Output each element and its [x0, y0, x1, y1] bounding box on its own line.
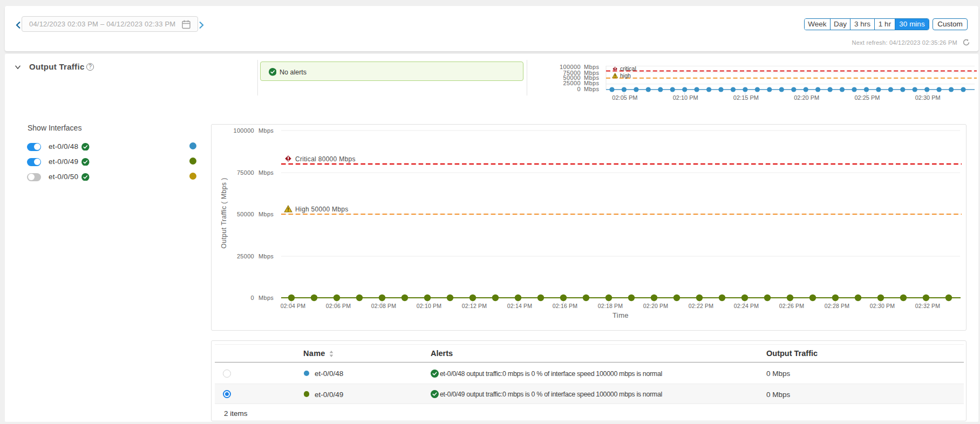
svg-text:02:10 PM: 02:10 PM — [417, 303, 442, 309]
svg-text:Output Traffic ( Mbps ): Output Traffic ( Mbps ) — [220, 177, 228, 248]
svg-text:0: 0 — [577, 86, 581, 92]
svg-text:02:15 PM: 02:15 PM — [733, 94, 759, 101]
svg-text:02:08 PM: 02:08 PM — [371, 303, 397, 309]
svg-text:25000: 25000 — [237, 253, 254, 259]
svg-text:02:20 PM: 02:20 PM — [643, 303, 669, 309]
svg-text:critical: critical — [620, 65, 636, 72]
svg-text:High 50000 Mbps: High 50000 Mbps — [295, 206, 349, 213]
svg-text:02:24 PM: 02:24 PM — [734, 303, 759, 309]
svg-text:02:04 PM: 02:04 PM — [281, 303, 306, 309]
svg-text:Mbps: Mbps — [258, 295, 274, 301]
svg-text:02:06 PM: 02:06 PM — [326, 303, 351, 309]
svg-text:02:32 PM: 02:32 PM — [915, 303, 941, 309]
svg-text:02:25 PM: 02:25 PM — [854, 94, 880, 101]
svg-text:50000: 50000 — [237, 211, 254, 217]
svg-text:Mbps: Mbps — [258, 169, 274, 176]
svg-text:02:16 PM: 02:16 PM — [553, 303, 578, 309]
svg-text:75000: 75000 — [237, 169, 254, 176]
svg-text:Mbps: Mbps — [258, 253, 274, 259]
svg-text:0: 0 — [251, 295, 254, 301]
svg-text:02:20 PM: 02:20 PM — [794, 94, 819, 101]
svg-text:high: high — [620, 72, 631, 79]
svg-text:Mbps: Mbps — [258, 211, 274, 217]
svg-text:Mbps: Mbps — [584, 86, 600, 92]
svg-text:02:10 PM: 02:10 PM — [673, 94, 698, 101]
svg-text:02:18 PM: 02:18 PM — [598, 303, 623, 309]
svg-text:02:30 PM: 02:30 PM — [915, 94, 941, 101]
svg-text:02:05 PM: 02:05 PM — [612, 94, 637, 101]
svg-text:02:12 PM: 02:12 PM — [462, 303, 487, 309]
svg-text:02:26 PM: 02:26 PM — [779, 303, 805, 309]
svg-text:02:14 PM: 02:14 PM — [507, 303, 533, 309]
svg-text:100000: 100000 — [233, 127, 254, 134]
svg-text:02:22 PM: 02:22 PM — [689, 303, 714, 309]
svg-text:02:30 PM: 02:30 PM — [870, 303, 895, 309]
svg-text:Mbps: Mbps — [258, 127, 274, 134]
svg-text:02:28 PM: 02:28 PM — [825, 303, 850, 309]
svg-text:Time: Time — [612, 311, 629, 319]
svg-text:Critical 80000 Mbps: Critical 80000 Mbps — [295, 155, 356, 163]
